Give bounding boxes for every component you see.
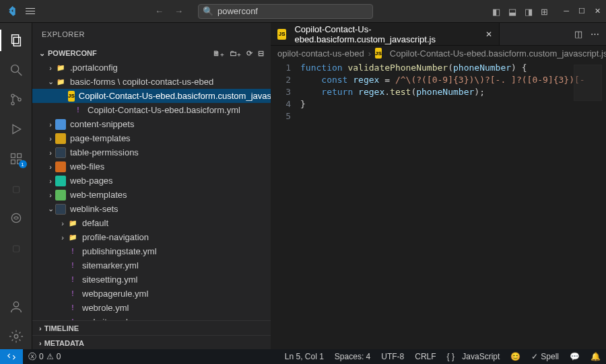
js-file-icon: JS [277,29,286,40]
tree-folder-basicforms[interactable]: ⌄📁basic-forms \ copilot-contact-us-ebed [32,75,271,89]
tree-file-sitemarker[interactable]: ·!sitemarker.yml [32,258,271,272]
section-timeline[interactable]: ›TIMELINE [32,320,271,335]
nav-back-icon[interactable]: ← [155,6,164,16]
activity-dim2-icon[interactable]: ▢ [0,234,32,261]
title-bar: ← → 🔍 powerconf ◧ ⬓ ◨ ⊞ ─ ☐ ✕ [0,0,606,23]
layout-right-icon[interactable]: ◨ [525,7,534,16]
history-nav: ← → [155,6,183,16]
status-bell-icon[interactable]: 🔔 [585,352,606,361]
status-encoding[interactable]: UTF-8 [376,352,409,361]
status-bar: ⓧ0 ⚠0 Ln 5, Col 1 Spaces: 4 UTF-8 CRLF {… [0,349,606,364]
minimap[interactable] [574,65,602,101]
search-icon: 🔍 [203,6,213,16]
status-feedback-icon[interactable]: 💬 [564,352,585,361]
status-cursor[interactable]: Ln 5, Col 1 [279,352,329,361]
svg-rect-8 [11,154,15,158]
menu-hamburger-icon[interactable] [26,8,35,14]
tree-folder-web-templates[interactable]: ›web-templates [32,188,271,202]
tab-close-icon[interactable]: ✕ [485,30,492,39]
status-indent[interactable]: Spaces: 4 [329,352,376,361]
tree-file-webrole[interactable]: ·!webrole.yml [32,301,271,315]
code-body[interactable]: function validatePhoneNumber(phoneNumber… [300,62,606,350]
tree-folder-table-permissions[interactable]: ›table-permissions [32,145,271,159]
refresh-icon[interactable]: ⟳ [246,49,252,58]
activity-power-icon[interactable] [0,205,32,231]
status-copilot-icon[interactable]: 😊 [505,352,526,361]
error-icon: ⓧ [28,351,36,363]
command-center-search[interactable]: 🔍 powerconf [198,4,373,19]
activity-extensions-icon[interactable]: 1 [0,145,32,172]
tree-file-sitesetting[interactable]: ·!sitesetting.yml [32,272,271,287]
new-file-icon[interactable]: 🗎₊ [213,49,224,58]
root-label: POWERCONF [48,49,97,57]
tree-folder-default[interactable]: ›📁default [32,216,271,230]
remote-indicator-icon[interactable] [0,349,23,364]
section-metadata[interactable]: ›METADATA [32,335,271,350]
new-folder-icon[interactable]: 🗀₊ [230,49,241,58]
editor-tabbar: JS Copilot-Contact-Us-ebed.basicform.cus… [271,23,606,46]
chevron-down-icon: ⌄ [39,49,45,58]
window-close-icon[interactable]: ✕ [595,7,601,15]
editor-tab[interactable]: JS Copilot-Contact-Us-ebed.basicform.cus… [271,23,500,45]
svg-rect-0 [11,35,18,44]
activity-debug-icon[interactable] [0,116,32,143]
collapse-icon[interactable]: ⊟ [258,49,264,58]
split-editor-icon[interactable]: ◫ [574,29,582,39]
status-lang[interactable]: { } JavaScript [442,352,506,361]
tree-folder-weblink-sets[interactable]: ⌄weblink-sets [32,202,271,216]
svg-rect-10 [11,160,15,164]
window-minimize-icon[interactable]: ─ [564,7,569,15]
tree-folder-content-snippets[interactable]: ›content-snippets [32,117,271,131]
activity-bar: 1 ▢ ▢ [0,23,32,350]
tree-file-js[interactable]: ·JSCopilot-Contact-Us-ebed.basicform.cus… [32,89,271,103]
svg-line-3 [18,72,22,76]
editor-group: JS Copilot-Contact-Us-ebed.basicform.cus… [271,23,606,350]
tree-file-website[interactable]: ·!website.yml [32,315,271,320]
activity-search-icon[interactable] [0,57,32,83]
window-maximize-icon[interactable]: ☐ [578,7,585,15]
activity-dim1-icon[interactable]: ▢ [0,175,32,202]
tree-folder-web-pages[interactable]: ›web-pages [32,174,271,188]
svg-point-14 [14,334,18,338]
svg-marker-7 [13,124,21,133]
tree-folder-portalconfig[interactable]: ›📁.portalconfig [32,61,271,75]
svg-rect-9 [17,154,21,158]
more-actions-icon[interactable]: ⋯ [591,29,599,39]
svg-point-2 [11,65,18,73]
svg-rect-1 [13,37,20,46]
warning-icon: ⚠ [46,352,54,361]
code-editor[interactable]: 12345 function validatePhoneNumber(phone… [271,61,606,350]
nav-forward-icon[interactable]: → [174,6,183,16]
layout-customize-icon[interactable]: ⊞ [541,7,550,16]
activity-settings-icon[interactable] [0,323,32,350]
activity-scm-icon[interactable] [0,86,32,113]
explorer-root[interactable]: ⌄ POWERCONF 🗎₊ 🗀₊ ⟳ ⊟ [32,46,271,61]
tree-file-publishingstate[interactable]: ·!publishingstate.yml [32,244,271,258]
breadcrumbs[interactable]: opilot-contact-us-ebed › JS Copilot-Cont… [271,46,606,61]
status-eol[interactable]: CRLF [409,352,441,361]
tree-file-webpagerule[interactable]: ·!webpagerule.yml [32,287,271,301]
tree-folder-page-templates[interactable]: ›page-templates [32,131,271,145]
explorer-actions: 🗎₊ 🗀₊ ⟳ ⊟ [213,49,264,58]
explorer-sidebar: EXPLORER ⌄ POWERCONF 🗎₊ 🗀₊ ⟳ ⊟ ›📁.portal… [32,23,271,350]
extensions-badge: 1 [19,160,27,168]
tree-folder-profile-nav[interactable]: ›📁profile-navigation [32,230,271,244]
svg-point-4 [11,94,13,97]
vscode-logo-icon [5,6,16,17]
main-area: 1 ▢ ▢ EXPLORER ⌄ POWERCONF 🗎₊ 🗀₊ ⟳ ⊟ ›📁.… [0,23,606,350]
file-tree: ›📁.portalconfig ⌄📁basic-forms \ copilot-… [32,61,271,320]
layout-left-icon[interactable]: ◧ [492,7,502,16]
search-text: powerconf [217,6,258,16]
svg-point-12 [11,213,20,222]
tab-label: Copilot-Contact-Us-ebed.basicform.custom… [294,24,477,44]
status-spell[interactable]: ✓ Spell [526,352,564,361]
activity-explorer-icon[interactable] [0,27,32,54]
tree-file-yml[interactable]: ·!Copilot-Contact-Us-ebed.basicform.yml [32,103,271,117]
layout-bottom-icon[interactable]: ⬓ [508,7,518,16]
svg-point-5 [11,102,13,105]
js-file-icon: JS [375,48,382,59]
svg-point-6 [18,98,20,101]
tree-folder-web-files[interactable]: ›web-files [32,159,271,174]
status-problems[interactable]: ⓧ0 ⚠0 [23,351,66,363]
activity-account-icon[interactable] [0,293,32,320]
